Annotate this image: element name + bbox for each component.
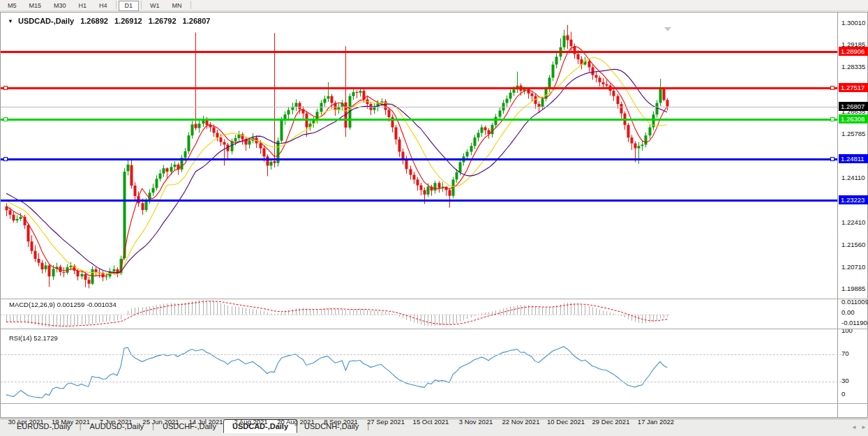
date-tick-label: 2 Aug 2021 bbox=[234, 418, 267, 426]
toolbar-separator bbox=[116, 1, 117, 9]
date-tick-label: 30 Apr 2021 bbox=[8, 418, 43, 426]
timeframe-button-m5[interactable]: M5 bbox=[1, 1, 23, 11]
tab-scroll-right-icon[interactable]: ► bbox=[861, 424, 867, 430]
time-scale-separator bbox=[1, 403, 868, 404]
date-tick-label: 27 Sep 2021 bbox=[367, 418, 405, 426]
panel-separator-rsi[interactable] bbox=[1, 329, 868, 329]
macd-label: MACD(12,26,9) 0.001259 -0.001034 bbox=[9, 301, 117, 308]
price-scale-border bbox=[837, 13, 838, 417]
rsi-label: RSI(14) 52.1729 bbox=[9, 334, 58, 342]
timeframe-button-mn[interactable]: MN bbox=[166, 1, 188, 11]
timeframe-button-h1[interactable]: H1 bbox=[73, 1, 93, 11]
rsi-level-line bbox=[1, 382, 841, 382]
date-tick-label: 10 Dec 2021 bbox=[547, 418, 585, 426]
tab-scroll-left-icon[interactable]: ◄ bbox=[851, 424, 857, 430]
price-tick-label: 1.20710 bbox=[841, 263, 868, 271]
price-tick-label: 1.24110 bbox=[841, 174, 868, 181]
rsi-scale-label: 100 bbox=[841, 326, 868, 334]
price-tick-label: 1.22410 bbox=[841, 218, 868, 226]
line-anchor-handle[interactable] bbox=[830, 157, 835, 161]
line-anchor-handle[interactable] bbox=[830, 117, 835, 121]
line-anchor-handle[interactable] bbox=[3, 86, 8, 90]
date-tick-label: 29 Dec 2021 bbox=[592, 418, 630, 426]
price-line-label: 1.26308 bbox=[839, 114, 868, 123]
date-tick-label: 19 May 2021 bbox=[52, 418, 90, 426]
rsi-level-line bbox=[1, 354, 841, 355]
date-tick-label: 7 Jun 2021 bbox=[99, 418, 132, 426]
price-line-label: 1.28906 bbox=[839, 47, 868, 56]
timeframe-button-m15[interactable]: M15 bbox=[23, 1, 48, 11]
date-tick-label: 3 Nov 2021 bbox=[459, 418, 493, 426]
line-anchor-handle[interactable] bbox=[830, 86, 835, 90]
price-tick-label: 1.25785 bbox=[841, 130, 868, 137]
rsi-scale-label: 70 bbox=[841, 349, 868, 357]
date-tick-label: 14 Jul 2021 bbox=[188, 418, 223, 426]
dropdown-triangle-icon: ▼ bbox=[8, 18, 13, 24]
chart-shift-marker-icon bbox=[664, 27, 671, 31]
price-tick-label: 1.30010 bbox=[841, 19, 868, 27]
line-anchor-handle[interactable] bbox=[3, 117, 8, 121]
quote-open: 1.26892 bbox=[80, 17, 108, 25]
price-line-label: 1.27517 bbox=[839, 83, 868, 92]
date-tick-label: 15 Oct 2021 bbox=[413, 418, 449, 426]
horizontal-line-1.24811[interactable] bbox=[1, 158, 837, 160]
horizontal-line-1.28906[interactable] bbox=[1, 51, 837, 53]
price-line-label: 1.24811 bbox=[839, 154, 868, 163]
line-anchor-handle[interactable] bbox=[3, 157, 8, 161]
price-tick-label: 1.28335 bbox=[841, 63, 868, 70]
macd-scale-label: -0.011908 bbox=[841, 319, 868, 326]
price-chart-canvas[interactable] bbox=[1, 13, 837, 417]
macd-scale-label: 0.00 bbox=[841, 308, 868, 316]
quote-close: 1.26807 bbox=[183, 17, 211, 25]
rsi-scale-label: 0 bbox=[841, 390, 868, 398]
timeframe-button-d1[interactable]: D1 bbox=[119, 1, 140, 11]
price-tick-label: 1.21560 bbox=[841, 241, 868, 248]
horizontal-line-1.27517[interactable] bbox=[1, 87, 837, 89]
date-tick-label: 17 Jan 2022 bbox=[638, 418, 674, 426]
current-price-line bbox=[1, 107, 837, 107]
date-tick-label: 22 Nov 2021 bbox=[502, 418, 540, 426]
timeframe-button-h4[interactable]: H4 bbox=[93, 1, 114, 11]
current-price-label: 1.26807 bbox=[839, 102, 868, 111]
timeframe-toolbar: M5M15M30H1H4D1W1MN bbox=[0, 0, 868, 11]
toolbar-separator bbox=[141, 1, 142, 9]
horizontal-line-1.23223[interactable] bbox=[1, 200, 837, 202]
price-tick-label: 1.19885 bbox=[841, 285, 868, 292]
quote-high: 1.26912 bbox=[114, 17, 142, 25]
panel-separator-macd[interactable] bbox=[1, 299, 868, 299]
timeframe-button-w1[interactable]: W1 bbox=[144, 1, 166, 11]
date-tick-label: 8 Sep 2021 bbox=[324, 418, 358, 426]
price-line-label: 1.23223 bbox=[839, 195, 868, 204]
chart-window: ▼ USDCAD-,Daily 1.26892 1.26912 1.26792 … bbox=[0, 12, 868, 418]
chart-title-row: ▼ USDCAD-,Daily 1.26892 1.26912 1.26792 … bbox=[8, 17, 210, 25]
rsi-scale-label: 30 bbox=[841, 377, 868, 384]
timeframe-button-m30[interactable]: M30 bbox=[47, 1, 73, 11]
date-tick-label: 20 Aug 2021 bbox=[277, 418, 314, 426]
horizontal-line-1.26308[interactable] bbox=[1, 119, 837, 121]
date-tick-label: 25 Jun 2021 bbox=[142, 418, 179, 426]
toolbar-separator bbox=[190, 1, 191, 9]
chart-title: USDCAD-,Daily bbox=[18, 17, 74, 25]
quote-low: 1.26792 bbox=[149, 17, 177, 25]
